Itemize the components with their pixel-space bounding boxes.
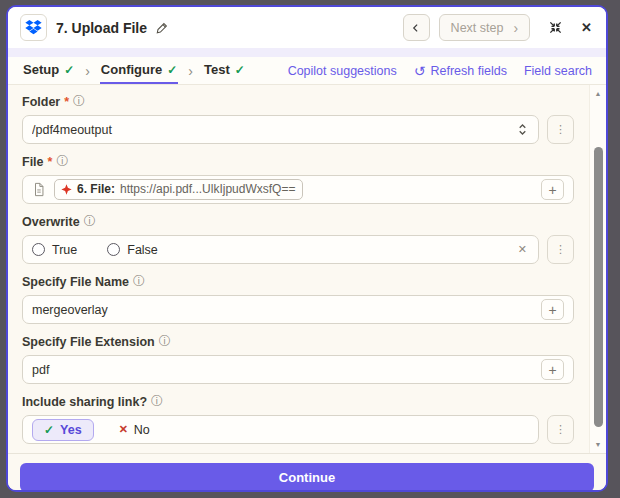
next-step-button[interactable]: Next step › [439, 14, 530, 41]
field-label: Folder [22, 95, 60, 109]
x-icon: ✕ [119, 423, 128, 436]
check-icon: ✓ [167, 63, 177, 77]
sharing-options-menu-button[interactable]: ⋮ [547, 415, 574, 444]
info-icon[interactable]: ⓘ [84, 213, 96, 230]
insert-data-button[interactable]: + [541, 179, 564, 200]
field-label-row: Specify File Extension ⓘ [22, 333, 574, 350]
collapse-panel-icon[interactable] [548, 20, 563, 35]
chevron-left-icon [410, 22, 422, 34]
tab-setup-label: Setup [23, 62, 59, 77]
copilot-suggestions-label: Copilot suggestions [288, 64, 397, 78]
radio-icon [32, 243, 45, 256]
chevron-right-icon: › [513, 21, 518, 35]
info-icon[interactable]: ⓘ [151, 393, 163, 410]
previous-step-button[interactable] [403, 14, 430, 41]
kebab-icon: ⋮ [555, 423, 566, 436]
check-icon: ✓ [44, 423, 54, 437]
field-file-extension: Specify File Extension ⓘ + [22, 333, 574, 384]
plus-icon: + [548, 362, 556, 378]
dropbox-icon [25, 20, 42, 35]
file-mapped-input[interactable]: 6. File: https://api.pdf...UlkIjpudWxsfQ… [22, 175, 574, 204]
option-yes-selected[interactable]: ✓ Yes [32, 419, 94, 441]
field-label: File [22, 155, 44, 169]
pill-prefix: 6. File: [77, 182, 115, 196]
field-file-name: Specify File Name ⓘ + [22, 273, 574, 324]
scrollbar-thumb[interactable] [594, 147, 603, 427]
header-divider-strip [8, 48, 606, 57]
kebab-icon: ⋮ [555, 123, 566, 136]
field-search-label: Field search [524, 64, 592, 78]
field-label: Overwrite [22, 215, 80, 229]
field-label-row: Include sharing link? ⓘ [22, 393, 574, 410]
chevron-separator-icon: › [85, 63, 90, 79]
radio-label: False [127, 243, 158, 257]
tab-bar: Setup ✓ › Configure ✓ › Test ✓ Copilot s… [8, 57, 606, 85]
plus-icon: + [548, 302, 556, 318]
step-title: 7. Upload File [56, 20, 147, 36]
edit-title-icon[interactable] [156, 21, 169, 34]
field-overwrite: Overwrite ⓘ True False ✕ ⋮ [22, 213, 574, 264]
scrollbar[interactable]: ▲ ▼ [589, 85, 606, 453]
field-label-row: Overwrite ⓘ [22, 213, 574, 230]
option-no[interactable]: ✕ No [119, 423, 150, 437]
stepper-chevrons-icon[interactable] [516, 122, 529, 137]
required-marker: * [64, 95, 69, 109]
sharing-link-group: ✓ Yes ✕ No [22, 415, 539, 444]
dialog-header: 7. Upload File Next step › ✕ [8, 7, 606, 48]
radio-icon [107, 243, 120, 256]
plus-icon: + [548, 182, 556, 198]
refresh-fields-label: Refresh fields [430, 64, 506, 78]
radio-label: True [52, 243, 77, 257]
dialog-footer: Continue [8, 453, 606, 492]
field-search-link[interactable]: Field search [524, 64, 592, 78]
continue-button[interactable]: Continue [20, 463, 594, 492]
insert-data-button[interactable]: + [541, 359, 564, 380]
tab-configure[interactable]: Configure ✓ [100, 57, 178, 84]
info-icon[interactable]: ⓘ [133, 273, 145, 290]
file-extension-box[interactable]: + [22, 355, 574, 384]
close-icon[interactable]: ✕ [579, 18, 594, 37]
scroll-down-arrow-icon[interactable]: ▼ [590, 441, 606, 448]
step-editor-dialog: 7. Upload File Next step › ✕ [6, 5, 608, 492]
overwrite-options-menu-button[interactable]: ⋮ [547, 235, 574, 264]
pill-value: https://api.pdf...UlkIjpudWxsfQ== [120, 182, 295, 196]
document-icon [32, 182, 46, 197]
clear-value-icon[interactable]: ✕ [516, 241, 529, 258]
kebab-icon: ⋮ [555, 243, 566, 256]
file-name-input[interactable] [32, 303, 533, 317]
info-icon[interactable]: ⓘ [56, 153, 68, 170]
chevron-separator-icon: › [188, 63, 193, 79]
no-label: No [134, 423, 150, 437]
scroll-up-arrow-icon[interactable]: ▲ [590, 90, 606, 97]
field-label: Include sharing link? [22, 395, 147, 409]
folder-options-menu-button[interactable]: ⋮ [547, 115, 574, 144]
refresh-fields-link[interactable]: ↺ Refresh fields [414, 64, 507, 78]
tab-setup[interactable]: Setup ✓ [22, 57, 75, 84]
field-file: File * ⓘ 6. File: https: [22, 153, 574, 204]
file-name-box[interactable]: + [22, 295, 574, 324]
file-extension-input[interactable] [32, 363, 533, 377]
info-icon[interactable]: ⓘ [73, 93, 85, 110]
info-icon[interactable]: ⓘ [159, 333, 171, 350]
check-icon: ✓ [235, 63, 245, 77]
field-label-row: File * ⓘ [22, 153, 574, 170]
folder-input[interactable] [32, 123, 508, 137]
form-content: Folder * ⓘ ⋮ [8, 85, 606, 453]
tab-configure-label: Configure [101, 62, 162, 77]
dropbox-app-icon [20, 14, 47, 41]
radio-option-false[interactable]: False [107, 243, 158, 257]
tab-test[interactable]: Test ✓ [203, 57, 246, 84]
copilot-suggestions-link[interactable]: Copilot suggestions [288, 64, 397, 78]
radio-option-true[interactable]: True [32, 243, 77, 257]
check-icon: ✓ [64, 63, 74, 77]
mapped-field-pill[interactable]: 6. File: https://api.pdf...UlkIjpudWxsfQ… [54, 179, 303, 200]
required-marker: * [48, 155, 53, 169]
tab-actions: Copilot suggestions ↺ Refresh fields Fie… [288, 57, 592, 84]
field-folder: Folder * ⓘ ⋮ [22, 93, 574, 144]
field-label-row: Folder * ⓘ [22, 93, 574, 110]
field-label-row: Specify File Name ⓘ [22, 273, 574, 290]
field-label: Specify File Extension [22, 335, 155, 349]
folder-select[interactable] [22, 115, 539, 144]
overwrite-radio-group: True False ✕ [22, 235, 539, 264]
insert-data-button[interactable]: + [541, 299, 564, 320]
